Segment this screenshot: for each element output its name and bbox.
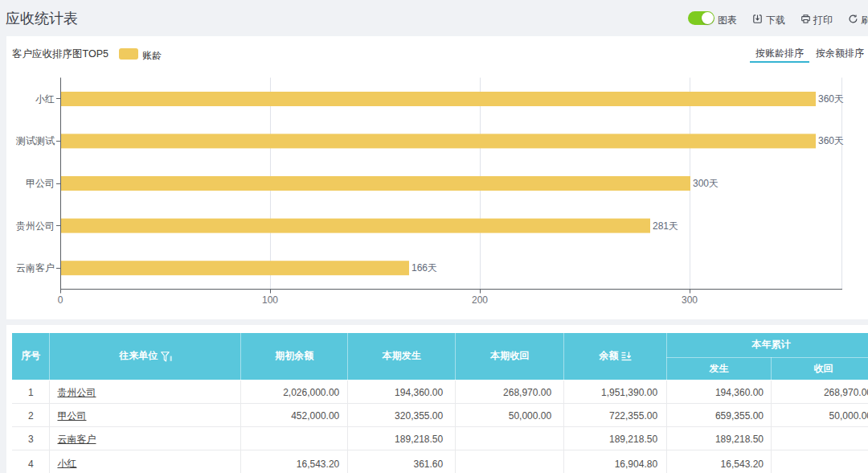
- svg-text:360天: 360天: [818, 93, 844, 105]
- svg-text:281天: 281天: [653, 220, 678, 232]
- svg-text:166天: 166天: [411, 262, 437, 274]
- svg-text:0: 0: [58, 294, 63, 306]
- svg-text:360天: 360天: [818, 135, 844, 146]
- svg-text:云南客户: 云南客户: [16, 262, 55, 274]
- svg-text:小红: 小红: [35, 93, 55, 105]
- svg-text:300: 300: [682, 294, 698, 306]
- svg-text:100: 100: [262, 294, 278, 306]
- svg-text:测试测试: 测试测试: [15, 135, 55, 146]
- svg-text:贵州公司: 贵州公司: [16, 220, 55, 232]
- svg-text:200: 200: [472, 294, 488, 306]
- svg-text:甲公司: 甲公司: [26, 178, 55, 189]
- svg-text:300天: 300天: [693, 178, 719, 189]
